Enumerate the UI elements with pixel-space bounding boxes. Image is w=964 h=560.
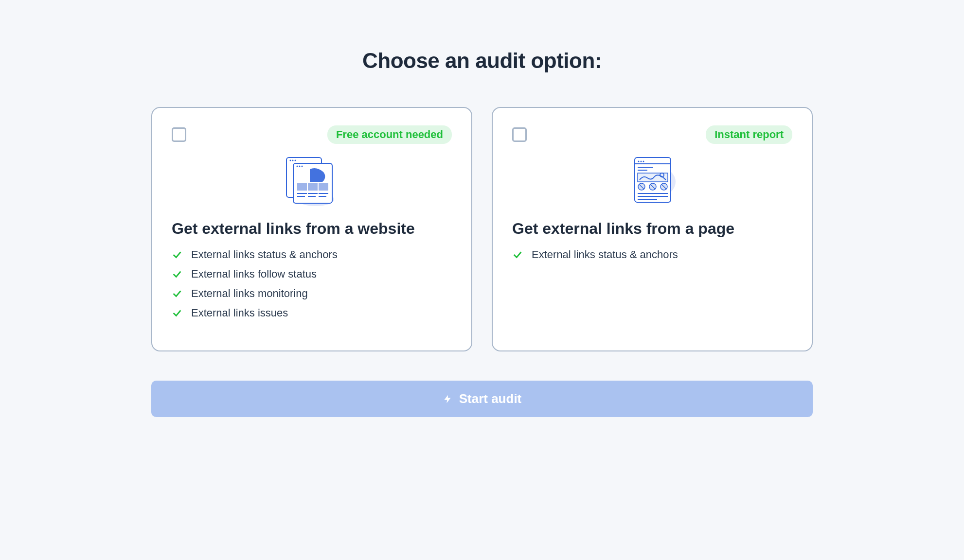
website-pages-icon [283,155,341,208]
feature-list: External links status & anchors External… [172,248,452,319]
feature-item: External links monitoring [172,287,452,300]
svg-point-24 [643,161,644,162]
card-top-row: Instant report [512,125,792,144]
feature-item: External links follow status [172,268,452,280]
start-audit-button[interactable]: Start audit [151,381,813,417]
single-page-icon [623,155,681,208]
svg-point-5 [295,160,296,161]
option-checkbox[interactable] [512,127,527,142]
check-icon [512,249,523,260]
svg-rect-13 [319,183,328,191]
page-title: Choose an audit option: [151,49,813,73]
feature-item: External links status & anchors [172,248,452,261]
svg-point-23 [641,161,642,162]
feature-text: External links issues [191,307,288,319]
svg-point-22 [638,161,640,162]
option-badge: Free account needed [327,125,452,144]
feature-item: External links issues [172,307,452,319]
feature-text: External links status & anchors [532,248,678,261]
check-icon [172,269,182,280]
svg-point-8 [299,166,301,167]
feature-text: External links follow status [191,268,317,280]
option-heading: Get external links from a website [172,220,452,238]
svg-point-9 [302,166,303,167]
check-icon [172,249,182,260]
card-top-row: Free account needed [172,125,452,144]
svg-point-3 [290,160,291,161]
check-icon [172,308,182,318]
check-icon [172,288,182,299]
start-audit-label: Start audit [459,391,522,406]
option-website-card[interactable]: Free account needed Get external links f… [151,107,472,351]
bolt-icon [443,394,452,404]
option-page-card[interactable]: Instant report Get external links from a… [492,107,813,351]
card-illustration [512,155,792,208]
feature-text: External links status & anchors [191,248,338,261]
svg-point-4 [292,160,294,161]
svg-rect-12 [308,183,318,191]
card-illustration [172,155,452,208]
option-heading: Get external links from a page [512,220,792,238]
svg-point-7 [297,166,298,167]
option-checkbox[interactable] [172,127,186,142]
svg-point-10 [324,172,326,174]
feature-item: External links status & anchors [512,248,792,261]
svg-rect-11 [297,183,307,191]
feature-list: External links status & anchors [512,248,792,261]
option-badge: Instant report [706,125,792,144]
feature-text: External links monitoring [191,287,308,300]
